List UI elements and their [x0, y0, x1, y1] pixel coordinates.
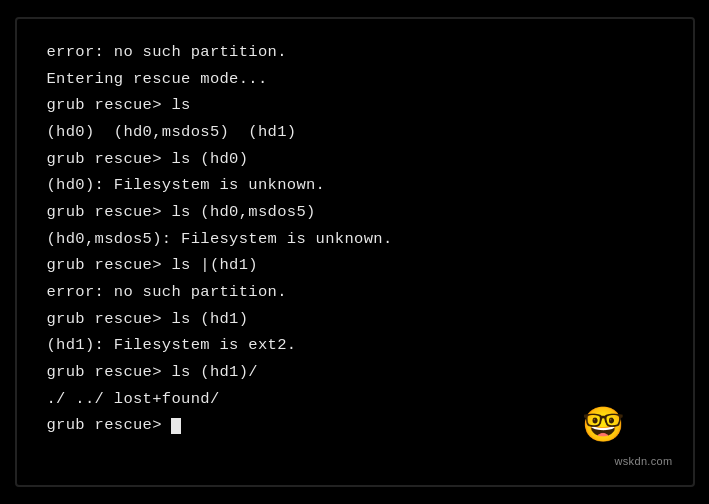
terminal-line: grub rescue> ls (hd0,msdos5): [47, 199, 663, 226]
terminal-line: ./ ../ lost+found/: [47, 386, 663, 413]
terminal-line: grub rescue>: [47, 412, 663, 439]
terminal-line: grub rescue> ls (hd1)/: [47, 359, 663, 386]
terminal-line: grub rescue> ls (hd1): [47, 306, 663, 333]
terminal-line: (hd0,msdos5): Filesystem is unknown.: [47, 226, 663, 253]
terminal-screen: error: no such partition.Entering rescue…: [15, 17, 695, 487]
terminal-cursor: [171, 418, 181, 434]
terminal-line: error: no such partition.: [47, 39, 663, 66]
watermark: wskdn.com: [615, 455, 673, 467]
terminal-line: grub rescue> ls |(hd1): [47, 252, 663, 279]
terminal-line: Entering rescue mode...: [47, 66, 663, 93]
terminal-line: error: no such partition.: [47, 279, 663, 306]
terminal-line: (hd0) (hd0,msdos5) (hd1): [47, 119, 663, 146]
terminal-line: (hd0): Filesystem is unknown.: [47, 172, 663, 199]
cartoon-icon: 🤓: [583, 405, 623, 445]
terminal-output: error: no such partition.Entering rescue…: [47, 39, 663, 439]
terminal-line: grub rescue> ls (hd0): [47, 146, 663, 173]
terminal-line: (hd1): Filesystem is ext2.: [47, 332, 663, 359]
terminal-line: grub rescue> ls: [47, 92, 663, 119]
